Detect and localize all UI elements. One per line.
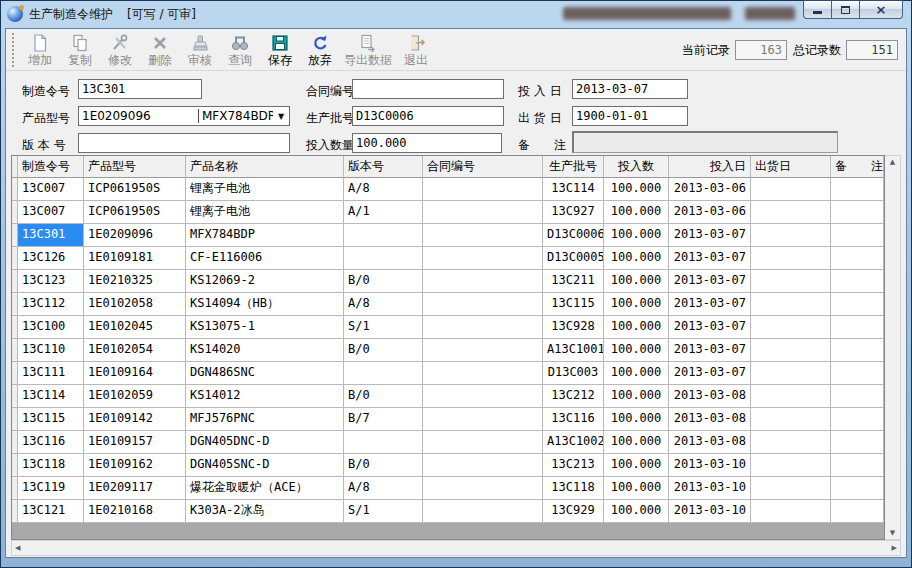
table-cell[interactable]: 13C007 xyxy=(18,201,84,224)
table-cell[interactable] xyxy=(831,454,884,477)
table-cell[interactable] xyxy=(751,408,831,431)
table-row[interactable]: 13C1121E0102058KS14094（HB）A/813C115100.0… xyxy=(12,293,884,316)
table-cell[interactable] xyxy=(344,224,423,247)
table-row[interactable]: 13C1141E0102059KS14012B/013C212100.00020… xyxy=(12,385,884,408)
input-date-input[interactable] xyxy=(572,79,688,99)
table-cell[interactable]: 2013-03-08 xyxy=(669,385,751,408)
table-row[interactable]: 13C1231E0210325KS12069-2B/013C211100.000… xyxy=(12,270,884,293)
qty-input[interactable] xyxy=(352,133,502,153)
table-cell[interactable] xyxy=(831,362,884,385)
table-cell[interactable]: S/1 xyxy=(344,316,423,339)
table-cell[interactable] xyxy=(831,339,884,362)
table-cell[interactable]: K303A-2冰岛 xyxy=(186,500,344,523)
table-cell[interactable] xyxy=(831,385,884,408)
table-cell[interactable]: 100.000 xyxy=(604,477,669,500)
table-cell[interactable]: D13C0005 xyxy=(543,247,604,270)
table-cell[interactable] xyxy=(751,224,831,247)
table-cell[interactable] xyxy=(751,293,831,316)
table-cell[interactable]: 13C115 xyxy=(543,293,604,316)
table-cell[interactable]: 13C110 xyxy=(18,339,84,362)
table-cell[interactable]: 13C116 xyxy=(543,408,604,431)
column-header[interactable]: 产品型号 xyxy=(84,156,186,178)
table-cell[interactable] xyxy=(751,270,831,293)
table-row[interactable]: 13C1211E0210168K303A-2冰岛S/113C929100.000… xyxy=(12,500,884,523)
table-cell[interactable] xyxy=(751,477,831,500)
table-cell[interactable]: 13C211 xyxy=(543,270,604,293)
table-cell[interactable]: 13C928 xyxy=(543,316,604,339)
table-row[interactable]: 13C1001E0102045KS13075-1S/113C928100.000… xyxy=(12,316,884,339)
table-cell[interactable] xyxy=(423,339,543,362)
table-cell[interactable] xyxy=(423,201,543,224)
table-cell[interactable]: 13C118 xyxy=(18,454,84,477)
table-cell[interactable]: 锂离子电池 xyxy=(186,178,344,201)
table-cell[interactable] xyxy=(344,431,423,454)
table-cell[interactable] xyxy=(751,500,831,523)
table-cell[interactable] xyxy=(831,500,884,523)
table-cell[interactable]: B/0 xyxy=(344,339,423,362)
table-cell[interactable] xyxy=(831,293,884,316)
table-cell[interactable]: 13C116 xyxy=(18,431,84,454)
table-cell[interactable]: 100.000 xyxy=(604,339,669,362)
table-cell[interactable]: MFJ576PNC xyxy=(186,408,344,431)
table-cell[interactable]: 13C118 xyxy=(543,477,604,500)
table-cell[interactable]: 13C213 xyxy=(543,454,604,477)
toolbar-button-save[interactable]: 保存 xyxy=(260,31,300,69)
table-cell[interactable]: 2013-03-07 xyxy=(669,247,751,270)
table-cell[interactable] xyxy=(423,500,543,523)
column-header[interactable]: 出货日 xyxy=(751,156,831,178)
table-cell[interactable]: A/8 xyxy=(344,477,423,500)
table-cell[interactable]: 13C100 xyxy=(18,316,84,339)
column-header[interactable]: 备 注 xyxy=(831,156,884,178)
table-row[interactable]: 13C3011E0209096MFX784BDPD13C0006100.0002… xyxy=(12,224,884,247)
table-cell[interactable]: 2013-03-06 xyxy=(669,178,751,201)
table-cell[interactable]: B/0 xyxy=(344,454,423,477)
table-cell[interactable]: A/8 xyxy=(344,293,423,316)
toolbar-button-audit[interactable]: 审核 xyxy=(180,31,220,69)
table-row[interactable]: 13C1101E0102054KS14020B/0A13C1001100.000… xyxy=(12,339,884,362)
table-cell[interactable] xyxy=(423,454,543,477)
table-cell[interactable]: 1E0109157 xyxy=(84,431,186,454)
toolbar-button-modify[interactable]: 修改 xyxy=(100,31,140,69)
table-cell[interactable] xyxy=(831,224,884,247)
table-cell[interactable]: 13C212 xyxy=(543,385,604,408)
table-cell[interactable]: 2013-03-07 xyxy=(669,224,751,247)
table-cell[interactable]: 100.000 xyxy=(604,431,669,454)
table-cell[interactable]: 13C301 xyxy=(18,224,84,247)
table-cell[interactable]: A/1 xyxy=(344,201,423,224)
table-cell[interactable]: 1E0109164 xyxy=(84,362,186,385)
table-cell[interactable]: 100.000 xyxy=(604,362,669,385)
version-input[interactable] xyxy=(78,133,290,153)
table-cell[interactable]: 2013-03-08 xyxy=(669,431,751,454)
toolbar-button-abandon[interactable]: 放弃 xyxy=(300,31,340,69)
product-model-combo[interactable]: 1E0209096 MFX784BDP ▼ xyxy=(78,106,290,126)
table-cell[interactable]: DGN486SNC xyxy=(186,362,344,385)
table-cell[interactable] xyxy=(751,178,831,201)
table-cell[interactable]: 100.000 xyxy=(604,500,669,523)
remark-input[interactable] xyxy=(572,131,838,153)
table-cell[interactable] xyxy=(751,201,831,224)
scroll-right-icon[interactable]: ▶ xyxy=(892,544,897,552)
table-cell[interactable]: 2013-03-07 xyxy=(669,362,751,385)
table-row[interactable]: 13C1181E0109162DGN405SNC-DB/013C213100.0… xyxy=(12,454,884,477)
table-cell[interactable]: 13C114 xyxy=(543,178,604,201)
table-cell[interactable]: 13C112 xyxy=(18,293,84,316)
table-cell[interactable]: ICP061950S xyxy=(84,178,186,201)
table-cell[interactable] xyxy=(751,454,831,477)
table-cell[interactable]: 1E0102058 xyxy=(84,293,186,316)
table-cell[interactable] xyxy=(423,270,543,293)
table-cell[interactable]: 1E0109162 xyxy=(84,454,186,477)
table-row[interactable]: 13C1161E0109157DGN405DNC-DA13C1002100.00… xyxy=(12,431,884,454)
maximize-button[interactable] xyxy=(831,0,860,19)
column-header[interactable]: 投入日 xyxy=(669,156,751,178)
table-cell[interactable]: KS13075-1 xyxy=(186,316,344,339)
table-cell[interactable]: KS14012 xyxy=(186,385,344,408)
toolbar-button-copy[interactable]: 复制 xyxy=(60,31,100,69)
table-cell[interactable] xyxy=(423,178,543,201)
table-cell[interactable] xyxy=(751,385,831,408)
table-cell[interactable] xyxy=(423,477,543,500)
table-cell[interactable] xyxy=(831,316,884,339)
table-cell[interactable]: 13C929 xyxy=(543,500,604,523)
table-cell[interactable]: 100.000 xyxy=(604,224,669,247)
table-cell[interactable] xyxy=(344,247,423,270)
table-cell[interactable]: 2013-03-08 xyxy=(669,408,751,431)
